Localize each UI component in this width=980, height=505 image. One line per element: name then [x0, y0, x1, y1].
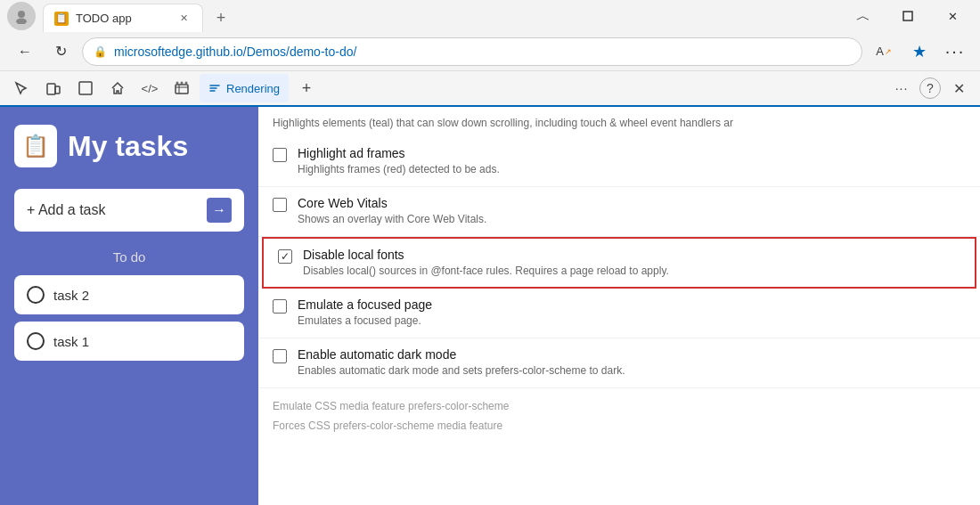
highlight-ad-frames-item: Highlight ad frames Highlights frames (r…: [258, 137, 980, 187]
highlight-ad-frames-text: Highlight ad frames Highlights frames (r…: [298, 146, 966, 177]
task-label-2: task 2: [53, 288, 89, 303]
more-devtools-button[interactable]: ···: [887, 74, 916, 102]
refresh-button[interactable]: ↻: [46, 37, 75, 66]
core-web-vitals-title: Core Web Vitals: [298, 196, 966, 210]
close-button[interactable]: ✕: [932, 2, 973, 30]
core-web-vitals-text: Core Web Vitals Shows an overlay with Co…: [298, 196, 966, 227]
auto-dark-mode-text: Enable automatic dark mode Enables autom…: [298, 347, 966, 379]
task-circle-icon: [27, 332, 45, 350]
tab-favicon: 📋: [54, 12, 69, 26]
title-bar: 📋 TODO app ✕ + ︿ ✕: [0, 0, 980, 32]
read-aloud-button[interactable]: A↗: [870, 37, 898, 66]
svg-point-0: [18, 11, 25, 18]
task-circle-icon: [27, 286, 45, 304]
footer-item-text: Emulate CSS media feature prefers-color-…: [273, 397, 966, 436]
url-text: microsoftedge.github.io/Demos/demo-to-do…: [114, 45, 356, 59]
scroll-highlight-text: Highlights elements (teal) that can slow…: [273, 117, 733, 129]
url-input[interactable]: 🔒 microsoftedge.github.io/Demos/demo-to-…: [82, 37, 862, 66]
svg-rect-5: [79, 82, 92, 94]
help-button[interactable]: ?: [919, 77, 941, 99]
auto-dark-mode-desc: Enables automatic dark mode and sets pre…: [298, 363, 966, 379]
back-button[interactable]: ←: [11, 37, 39, 66]
sources-tool[interactable]: </>: [135, 74, 164, 102]
highlight-ad-frames-desc: Highlights frames (red) detected to be a…: [298, 162, 966, 177]
active-tab[interactable]: 📋 TODO app ✕: [43, 4, 203, 32]
svg-point-7: [176, 82, 178, 84]
auto-dark-mode-title: Enable automatic dark mode: [298, 347, 966, 362]
devtools-rendering-panel: Highlights elements (teal) that can slow…: [258, 107, 980, 505]
footer-items: Emulate CSS media feature prefers-color-…: [258, 388, 980, 444]
svg-rect-3: [47, 84, 55, 94]
checkmark-icon: ✓: [281, 250, 290, 263]
new-tab-button[interactable]: +: [207, 4, 235, 32]
content-area: 📋 My tasks + Add a task → To do task 2 t…: [0, 107, 980, 505]
core-web-vitals-checkbox[interactable]: [273, 198, 287, 212]
emulate-focused-page-title: Emulate a focused page: [298, 297, 966, 312]
app-sidebar: 📋 My tasks + Add a task → To do task 2 t…: [0, 107, 258, 505]
network-tool[interactable]: [167, 74, 196, 102]
disable-local-fonts-item: ✓ Disable local fonts Disables local() s…: [262, 237, 976, 289]
disable-local-fonts-title: Disable local fonts: [303, 248, 960, 262]
inspect-element-tool[interactable]: [7, 74, 36, 102]
emulate-focused-page-item: Emulate a focused page Emulates a focuse…: [258, 289, 980, 338]
app-title: My tasks: [68, 130, 188, 163]
home-tool[interactable]: [103, 74, 132, 102]
auto-dark-mode-item: Enable automatic dark mode Enables autom…: [258, 338, 980, 388]
core-web-vitals-desc: Shows an overlay with Core Web Vitals.: [298, 212, 966, 227]
todo-section-label: To do: [14, 249, 244, 265]
highlight-ad-frames-title: Highlight ad frames: [298, 146, 966, 160]
devtools-toolbar: </> Rendering + ··· ? ✕: [0, 71, 980, 107]
task-label-1: task 1: [53, 334, 89, 349]
add-task-arrow-icon: →: [207, 198, 232, 223]
address-actions: A↗ ★ ···: [870, 37, 969, 66]
auto-dark-mode-checkbox[interactable]: [273, 349, 287, 363]
task-item-1[interactable]: task 1: [14, 322, 244, 361]
lock-icon: 🔒: [94, 45, 107, 58]
tab-strip: 📋 TODO app ✕ +: [43, 0, 843, 32]
favorites-button[interactable]: ★: [905, 37, 934, 66]
tab-title: TODO app: [76, 12, 168, 25]
scroll-perf-highlight-item: Highlights elements (teal) that can slow…: [258, 107, 980, 137]
rendering-tab[interactable]: Rendering: [200, 74, 289, 102]
close-devtools-button[interactable]: ✕: [944, 74, 973, 102]
app-header: 📋 My tasks: [14, 125, 244, 167]
svg-point-8: [181, 82, 183, 84]
emulate-focused-page-text: Emulate a focused page Emulates a focuse…: [298, 297, 966, 329]
disable-local-fonts-desc: Disables local() sources in @font-face r…: [303, 264, 960, 279]
disable-local-fonts-checkbox[interactable]: ✓: [278, 249, 292, 264]
tab-close-button[interactable]: ✕: [176, 11, 192, 27]
svg-point-9: [185, 82, 187, 84]
emulate-focused-page-checkbox[interactable]: [273, 299, 287, 314]
add-tool-button[interactable]: +: [292, 74, 321, 102]
window-controls: ︿ ✕: [843, 2, 973, 30]
add-task-button[interactable]: + Add a task →: [14, 189, 244, 232]
svg-rect-6: [176, 85, 188, 94]
svg-rect-4: [55, 86, 60, 94]
add-task-label: + Add a task: [27, 202, 106, 218]
emulate-focused-page-desc: Emulates a focused page.: [298, 314, 966, 329]
source-order-tool[interactable]: [71, 74, 100, 102]
address-bar: ← ↻ 🔒 microsoftedge.github.io/Demos/demo…: [0, 32, 980, 71]
profile-icon[interactable]: [7, 2, 36, 30]
browser-window: 📋 TODO app ✕ + ︿ ✕ ← ↻ 🔒 microsoftedge.g…: [0, 0, 980, 505]
app-icon: 📋: [14, 125, 57, 167]
task-item-2[interactable]: task 2: [14, 275, 244, 314]
rendering-panel-content[interactable]: Highlights elements (teal) that can slow…: [258, 107, 980, 505]
disable-local-fonts-text: Disable local fonts Disables local() sou…: [303, 248, 960, 279]
highlight-ad-frames-checkbox[interactable]: [273, 148, 287, 162]
svg-point-1: [16, 19, 27, 25]
settings-more-button[interactable]: ···: [941, 37, 969, 66]
minimize-button[interactable]: ︿: [843, 2, 884, 30]
maximize-button[interactable]: [887, 2, 928, 30]
core-web-vitals-item: Core Web Vitals Shows an overlay with Co…: [258, 187, 980, 237]
device-emulation-tool[interactable]: [39, 74, 68, 102]
svg-rect-2: [903, 12, 912, 20]
